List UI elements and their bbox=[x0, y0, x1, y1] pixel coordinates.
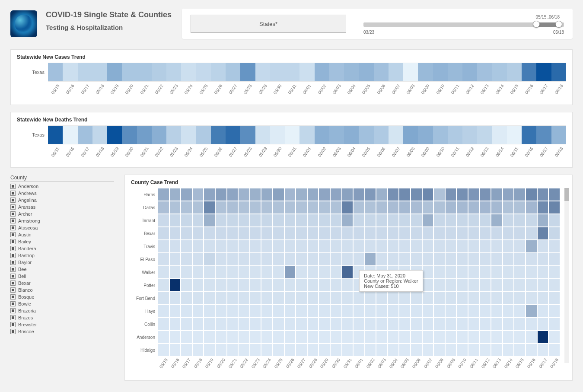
county-cell[interactable] bbox=[548, 201, 560, 214]
county-cell[interactable] bbox=[261, 214, 273, 227]
county-cell[interactable] bbox=[537, 344, 549, 357]
heat-cell[interactable] bbox=[418, 126, 433, 144]
heat-cell[interactable] bbox=[536, 63, 551, 81]
county-cell[interactable] bbox=[399, 305, 411, 318]
county-cell[interactable] bbox=[365, 292, 376, 305]
county-cell[interactable] bbox=[445, 318, 457, 331]
county-cell[interactable] bbox=[399, 318, 411, 331]
county-cell[interactable] bbox=[273, 253, 284, 266]
scrollbar[interactable] bbox=[564, 188, 569, 363]
county-filter-item[interactable]: Briscoe bbox=[10, 328, 114, 335]
slider-handle-end[interactable] bbox=[555, 21, 562, 28]
county-cell[interactable] bbox=[284, 292, 296, 305]
county-cell[interactable] bbox=[353, 292, 365, 305]
states-dropdown[interactable]: States* bbox=[191, 15, 346, 33]
county-cell[interactable] bbox=[342, 227, 354, 240]
county-cell[interactable] bbox=[158, 214, 169, 227]
county-cell[interactable] bbox=[456, 292, 468, 305]
county-cell[interactable] bbox=[445, 201, 457, 214]
county-cell[interactable] bbox=[250, 331, 261, 344]
county-cell[interactable] bbox=[480, 253, 491, 266]
county-cell[interactable] bbox=[342, 240, 354, 253]
county-cell[interactable] bbox=[411, 214, 422, 227]
county-cell[interactable] bbox=[456, 214, 468, 227]
county-cell[interactable] bbox=[456, 331, 468, 344]
county-cell[interactable] bbox=[192, 305, 204, 318]
county-cell[interactable] bbox=[537, 214, 549, 227]
county-cell[interactable] bbox=[296, 266, 307, 279]
county-cell[interactable] bbox=[169, 344, 181, 357]
heat-cell[interactable] bbox=[255, 126, 270, 144]
county-cell[interactable] bbox=[227, 214, 239, 227]
heat-cell[interactable] bbox=[285, 63, 299, 81]
county-cell[interactable] bbox=[215, 227, 227, 240]
checkbox-icon[interactable] bbox=[10, 218, 16, 223]
county-cell[interactable] bbox=[181, 266, 192, 279]
county-cell[interactable] bbox=[158, 344, 169, 357]
county-cell[interactable] bbox=[238, 214, 250, 227]
county-cell[interactable] bbox=[503, 305, 514, 318]
county-cell[interactable] bbox=[456, 266, 468, 279]
county-cell[interactable] bbox=[422, 188, 434, 201]
county-cell[interactable] bbox=[238, 227, 250, 240]
county-cell[interactable] bbox=[158, 292, 169, 305]
checkbox-icon[interactable] bbox=[10, 184, 16, 189]
checkbox-icon[interactable] bbox=[10, 274, 16, 279]
county-cell[interactable] bbox=[526, 201, 537, 214]
county-cell[interactable] bbox=[491, 344, 503, 357]
county-cell[interactable] bbox=[330, 331, 342, 344]
heat-cell[interactable] bbox=[315, 63, 329, 81]
county-cell[interactable] bbox=[399, 292, 411, 305]
county-cell[interactable] bbox=[388, 305, 399, 318]
county-cell[interactable] bbox=[330, 227, 342, 240]
heat-cell[interactable] bbox=[181, 63, 196, 81]
county-cell[interactable] bbox=[456, 227, 468, 240]
county-cell[interactable] bbox=[169, 318, 181, 331]
county-cell[interactable] bbox=[376, 305, 388, 318]
county-cell[interactable] bbox=[250, 305, 261, 318]
heat-cell[interactable] bbox=[152, 126, 166, 144]
county-cell[interactable] bbox=[433, 279, 445, 292]
county-cell[interactable] bbox=[422, 214, 434, 227]
county-cell[interactable] bbox=[353, 240, 365, 253]
county-cell[interactable] bbox=[411, 227, 422, 240]
county-cell[interactable] bbox=[376, 331, 388, 344]
county-cell[interactable] bbox=[250, 214, 261, 227]
county-cell[interactable] bbox=[548, 253, 560, 266]
county-cell[interactable] bbox=[169, 214, 181, 227]
county-filter-item[interactable]: Armstrong bbox=[10, 217, 114, 224]
county-cell[interactable] bbox=[480, 331, 491, 344]
county-cell[interactable] bbox=[238, 253, 250, 266]
heat-cell[interactable] bbox=[507, 126, 522, 144]
county-cell[interactable] bbox=[422, 279, 434, 292]
county-cell[interactable] bbox=[181, 253, 192, 266]
county-cell[interactable] bbox=[181, 331, 192, 344]
county-cell[interactable] bbox=[204, 344, 215, 357]
scrollbar-thumb[interactable] bbox=[564, 188, 569, 201]
county-cell[interactable] bbox=[445, 227, 457, 240]
county-cell[interactable] bbox=[261, 344, 273, 357]
county-cell[interactable] bbox=[307, 305, 319, 318]
county-cell[interactable] bbox=[169, 201, 181, 214]
county-filter-item[interactable]: Archer bbox=[10, 210, 114, 217]
heat-cell[interactable] bbox=[152, 63, 166, 81]
county-cell[interactable] bbox=[491, 201, 503, 214]
heat-cell[interactable] bbox=[107, 63, 122, 81]
county-cell[interactable] bbox=[250, 201, 261, 214]
county-cell[interactable] bbox=[503, 227, 514, 240]
heat-cell[interactable] bbox=[211, 126, 226, 144]
county-cell[interactable] bbox=[376, 214, 388, 227]
county-cell[interactable] bbox=[433, 214, 445, 227]
county-cell[interactable] bbox=[261, 227, 273, 240]
county-cell[interactable] bbox=[365, 214, 376, 227]
county-cell[interactable] bbox=[399, 188, 411, 201]
county-cell[interactable] bbox=[204, 266, 215, 279]
county-cell[interactable] bbox=[514, 305, 526, 318]
county-cell[interactable] bbox=[204, 201, 215, 214]
county-cell[interactable] bbox=[399, 331, 411, 344]
county-cell[interactable] bbox=[296, 240, 307, 253]
heat-cell[interactable] bbox=[492, 126, 507, 144]
county-cell[interactable] bbox=[330, 201, 342, 214]
county-filter-item[interactable]: Andrews bbox=[10, 190, 114, 197]
county-cell[interactable] bbox=[491, 240, 503, 253]
